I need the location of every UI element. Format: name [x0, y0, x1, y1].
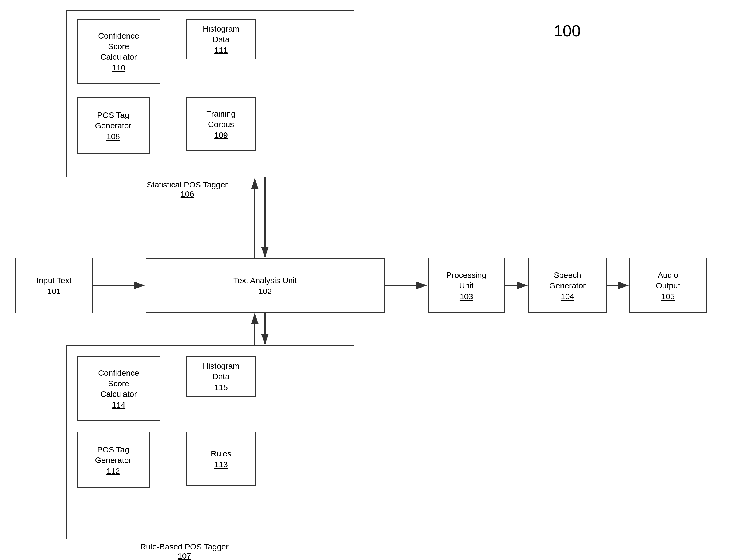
input-text-101: Input Text 101 [15, 258, 93, 313]
confidence-score-calc-110: ConfidenceScoreCalculator 110 [77, 19, 160, 84]
diagram-number: 100 [554, 22, 581, 40]
pos-tag-gen-108: POS TagGenerator 108 [77, 97, 150, 154]
speech-generator-104: SpeechGenerator 104 [528, 258, 606, 313]
pos-tag-gen-112: POS TagGenerator 112 [77, 432, 150, 488]
stat-pos-tagger-label: Statistical POS Tagger 106 [147, 180, 228, 199]
rule-based-tagger-label: Rule-Based POS Tagger 107 [140, 542, 229, 560]
training-corpus-109: TrainingCorpus 109 [186, 97, 256, 151]
rules-113: Rules 113 [186, 432, 256, 486]
histogram-data-111: HistogramData 111 [186, 19, 256, 59]
confidence-score-calc-114: ConfidenceScoreCalculator 114 [77, 356, 160, 421]
audio-output-105: AudioOutput 105 [629, 258, 707, 313]
histogram-data-115: HistogramData 115 [186, 356, 256, 397]
diagram: 100 Statistical POS Tagger 106 Confidenc… [0, 0, 737, 560]
processing-unit-103: ProcessingUnit 103 [428, 258, 505, 313]
text-analysis-102: Text Analysis Unit 102 [146, 258, 385, 313]
